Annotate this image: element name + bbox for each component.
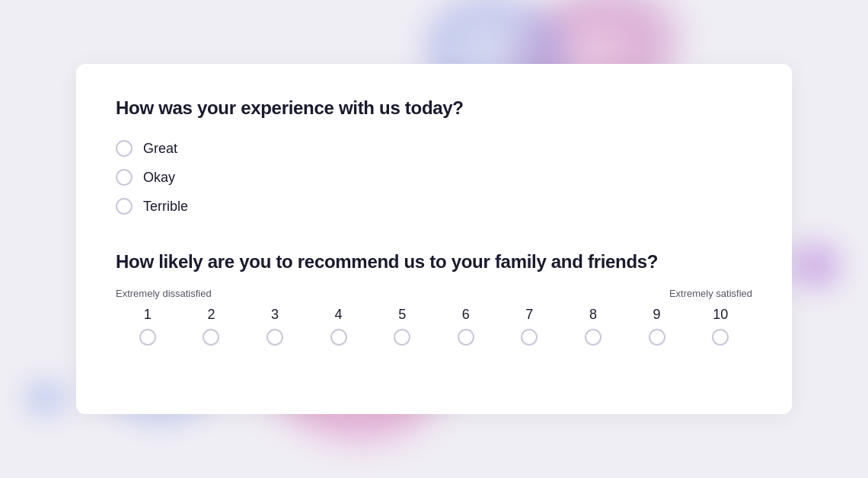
scale-radio-1[interactable]	[139, 329, 156, 346]
scale-radio-2[interactable]	[203, 329, 219, 346]
scale-num-9: 9	[625, 307, 689, 323]
scale-numbers-row: 1 2 3 4 5 6 7 8 9 10	[116, 307, 752, 323]
scale-label-left: Extremely dissatisfied	[116, 288, 212, 299]
question-1-title: How was your experience with us today?	[116, 97, 752, 119]
scale-num-8: 8	[561, 307, 625, 323]
scale-labels: Extremely dissatisfied Extremely satisfi…	[116, 288, 752, 299]
label-okay: Okay	[143, 170, 175, 186]
scale-radio-item-1	[116, 329, 180, 346]
option-okay[interactable]: Okay	[116, 169, 752, 186]
scale-label-right: Extremely satisfied	[669, 288, 752, 299]
radio-okay[interactable]	[116, 169, 132, 186]
scale-radio-item-2	[180, 329, 244, 346]
option-great[interactable]: Great	[116, 140, 752, 157]
label-terrible: Terrible	[143, 199, 188, 215]
scale-radio-6[interactable]	[458, 329, 474, 346]
question-1-section: How was your experience with us today? G…	[116, 97, 752, 215]
scale-num-4: 4	[307, 307, 371, 323]
scale-radio-item-4	[307, 329, 371, 346]
scale-num-10: 10	[688, 307, 752, 323]
experience-radio-group: Great Okay Terrible	[116, 140, 752, 215]
scale-radio-item-9	[625, 329, 689, 346]
scale-num-7: 7	[498, 307, 562, 323]
scale-radio-5[interactable]	[394, 329, 410, 346]
option-terrible[interactable]: Terrible	[116, 198, 752, 215]
scale-radio-4[interactable]	[330, 329, 347, 346]
radio-terrible[interactable]	[116, 198, 132, 215]
scale-radio-9[interactable]	[649, 329, 665, 346]
survey-card: How was your experience with us today? G…	[76, 64, 792, 414]
scale-radio-item-6	[434, 329, 498, 346]
radio-great[interactable]	[116, 140, 132, 157]
scale-radio-item-5	[370, 329, 434, 346]
scale-radio-item-10	[688, 329, 752, 346]
question-2-section: How likely are you to recommend us to yo…	[116, 251, 752, 346]
scale-radio-10[interactable]	[712, 329, 729, 346]
scale-radio-item-3	[243, 329, 307, 346]
splatter-blue-left	[23, 379, 69, 417]
scale-radio-row	[116, 329, 752, 346]
scale-num-5: 5	[370, 307, 434, 323]
scale-radio-8[interactable]	[585, 329, 602, 346]
scale-num-1: 1	[116, 307, 180, 323]
scale-num-3: 3	[243, 307, 307, 323]
label-great: Great	[143, 141, 177, 157]
scale-num-6: 6	[434, 307, 498, 323]
scale-radio-item-8	[561, 329, 625, 346]
scale-num-2: 2	[180, 307, 244, 323]
splatter-purple-right	[784, 239, 845, 292]
question-2-title: How likely are you to recommend us to yo…	[116, 251, 752, 272]
scale-radio-item-7	[498, 329, 562, 346]
scale-radio-3[interactable]	[266, 329, 283, 346]
scale-radio-7[interactable]	[521, 329, 538, 346]
